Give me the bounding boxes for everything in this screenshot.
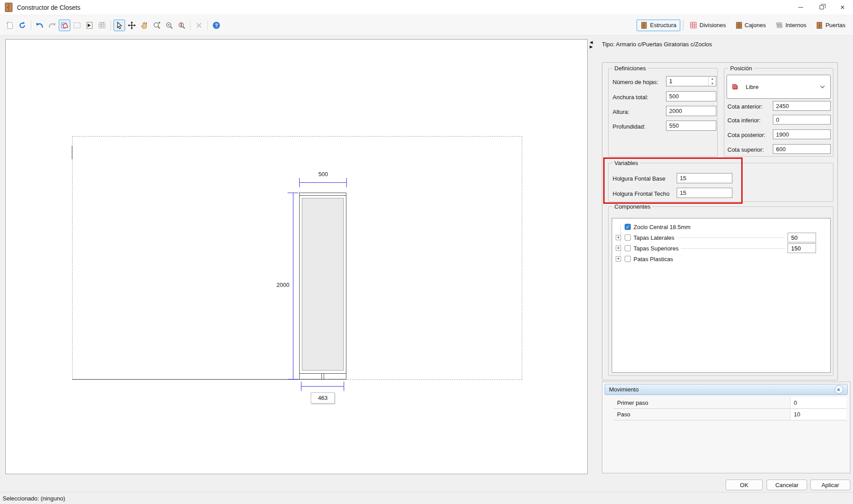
tab-estructura[interactable]: Estructura bbox=[637, 20, 680, 31]
paso-value[interactable]: 10 bbox=[790, 409, 846, 420]
primer-paso-label: Primer paso bbox=[613, 399, 648, 406]
plinth-center-divider bbox=[321, 374, 324, 379]
panel-collapse-toggle[interactable]: ◀ ▶ bbox=[589, 40, 594, 49]
tapas-laterales-value-box bbox=[788, 233, 816, 242]
cota-posterior-input[interactable] bbox=[773, 129, 831, 139]
closet-plinth bbox=[300, 373, 346, 379]
tab-divisiones[interactable]: Divisiones bbox=[686, 20, 730, 31]
movimiento-collapse-button[interactable]: « bbox=[835, 385, 843, 394]
position-mode-icon bbox=[732, 84, 738, 89]
drawing-canvas[interactable]: 500 2000 463 bbox=[5, 39, 588, 474]
tapas-superiores-value-input[interactable] bbox=[788, 243, 816, 253]
grid-tool[interactable] bbox=[96, 20, 108, 31]
tree-dotted-leader bbox=[681, 248, 785, 249]
tab-puertas-label: Puertas bbox=[825, 22, 845, 28]
chevron-down-icon bbox=[820, 85, 825, 89]
delete-icon bbox=[195, 21, 203, 29]
movimiento-title: Movimiento bbox=[609, 386, 638, 393]
cota-inferior-input[interactable] bbox=[773, 115, 831, 125]
reload-button[interactable] bbox=[16, 20, 28, 31]
door-icon bbox=[816, 22, 823, 29]
zoom-out-tool[interactable] bbox=[163, 20, 175, 31]
closet-interior[interactable] bbox=[302, 198, 344, 371]
selection-rectangle-tool[interactable] bbox=[71, 20, 83, 31]
tab-puertas[interactable]: Puertas bbox=[812, 20, 849, 31]
tapas-superiores-checkbox[interactable] bbox=[625, 245, 631, 251]
cancel-button[interactable]: Cancelar bbox=[767, 480, 807, 490]
movimiento-header[interactable]: Movimiento « bbox=[605, 384, 848, 395]
undo-button[interactable] bbox=[34, 20, 45, 31]
edit-structure-tool[interactable] bbox=[59, 20, 70, 31]
primer-paso-value[interactable]: 0 bbox=[790, 397, 846, 408]
svg-text:?: ? bbox=[215, 23, 218, 28]
componentes-title: Componentes bbox=[613, 203, 652, 210]
tab-cajones[interactable]: Cajones bbox=[732, 20, 770, 31]
select-cursor-tool[interactable] bbox=[114, 20, 125, 31]
expand-plus-icon[interactable]: + bbox=[616, 235, 621, 240]
edit-structure-icon bbox=[61, 21, 69, 29]
closet-top-panel bbox=[300, 195, 346, 196]
altura-input[interactable] bbox=[666, 106, 716, 116]
cota-anterior-label: Cota anterior: bbox=[727, 103, 763, 110]
zoom-window-tool[interactable] bbox=[151, 20, 162, 31]
window-title: Constructor de Closets bbox=[17, 4, 80, 11]
dim-line-width bbox=[299, 182, 347, 183]
new-document-button[interactable] bbox=[4, 20, 16, 31]
hojas-input[interactable] bbox=[666, 77, 708, 86]
close-button[interactable]: × bbox=[832, 0, 853, 15]
posicion-mode-dropdown[interactable]: Libre bbox=[727, 75, 831, 99]
hojas-label: Número de hojas: bbox=[613, 79, 658, 85]
dim-height-label: 2000 bbox=[266, 282, 289, 288]
mode-tabs: Estructura Divisiones Cajones bbox=[637, 20, 849, 31]
dim-plinth-value-box[interactable]: 463 bbox=[311, 392, 335, 403]
profundidad-input[interactable] bbox=[666, 121, 716, 131]
tree-item-tapas-superiores[interactable]: + Tapas Superiores bbox=[616, 244, 829, 252]
spin-up-button[interactable]: ▲ bbox=[709, 77, 716, 81]
pan-hand-tool[interactable] bbox=[138, 20, 150, 31]
expand-plus-icon[interactable]: + bbox=[616, 256, 621, 262]
ok-button[interactable]: OK bbox=[726, 480, 763, 490]
tree-item-zoclo[interactable]: ✓ Zoclo Central 18.5mm bbox=[616, 223, 829, 231]
delete-button[interactable] bbox=[193, 20, 205, 31]
toolbar-separator bbox=[190, 20, 191, 30]
tab-internos[interactable]: Internos bbox=[772, 20, 810, 31]
tapas-laterales-value-input[interactable] bbox=[788, 233, 816, 242]
dim-plinth-label: 463 bbox=[318, 395, 328, 401]
move-tool[interactable] bbox=[126, 20, 138, 31]
tree-item-patas[interactable]: + Patas Plasticas bbox=[616, 255, 829, 263]
toolbar-separator bbox=[31, 20, 31, 30]
spin-down-button[interactable]: ▼ bbox=[709, 81, 716, 86]
redo-button[interactable] bbox=[46, 20, 58, 31]
definiciones-title: Definiciones bbox=[613, 65, 648, 72]
profundidad-label: Profundidad: bbox=[613, 123, 646, 130]
help-button[interactable]: ? bbox=[211, 20, 222, 31]
tab-estructura-label: Estructura bbox=[650, 22, 676, 28]
restore-button[interactable] bbox=[811, 0, 832, 15]
patas-checkbox[interactable] bbox=[625, 256, 631, 262]
dim-tick bbox=[346, 178, 347, 187]
expand-plus-icon[interactable]: + bbox=[616, 246, 621, 251]
dim-tick bbox=[299, 178, 300, 187]
new-document-icon bbox=[6, 21, 14, 29]
insert-panel-tool[interactable] bbox=[84, 20, 95, 31]
anchura-input[interactable] bbox=[666, 91, 716, 101]
tree-item-tapas-laterales[interactable]: + Tapas Laterales bbox=[616, 234, 829, 242]
divisions-grid-icon bbox=[690, 22, 697, 28]
minimize-button[interactable] bbox=[790, 0, 811, 15]
tapas-laterales-checkbox[interactable] bbox=[625, 234, 631, 241]
movimiento-row: Paso 10 bbox=[613, 409, 846, 420]
apply-button[interactable]: Aplicar bbox=[810, 480, 850, 490]
zoclo-checkbox-checked[interactable]: ✓ bbox=[625, 224, 631, 230]
app-logo-icon bbox=[5, 3, 12, 12]
window-controls: × bbox=[790, 0, 853, 15]
zoom-in-tool[interactable] bbox=[176, 20, 187, 31]
dim-tick bbox=[301, 382, 301, 391]
anchura-label: Anchura total: bbox=[613, 94, 648, 101]
dim-line-height bbox=[293, 193, 293, 379]
closet-body[interactable] bbox=[299, 193, 346, 379]
tree-connector-line bbox=[620, 226, 621, 259]
cota-anterior-input[interactable] bbox=[773, 101, 831, 111]
status-bar: Seleccionado: (ninguno) bbox=[0, 492, 853, 504]
cota-superior-input[interactable] bbox=[773, 144, 831, 154]
hojas-spinner: ▲ ▼ bbox=[708, 77, 716, 86]
